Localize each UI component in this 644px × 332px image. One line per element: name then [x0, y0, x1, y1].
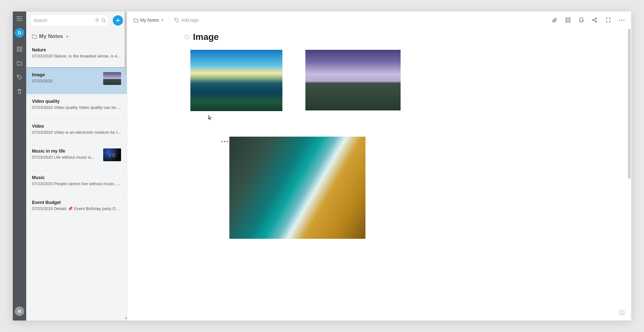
secondary-avatar[interactable]: N	[15, 306, 24, 316]
app-window: D N	[13, 11, 631, 321]
note-meta: 07/23/2020 People cannot live without mu…	[32, 181, 121, 186]
secondary-avatar-letter: N	[18, 309, 21, 314]
list-scrollbar[interactable]: ▾	[124, 11, 127, 321]
nav-tags[interactable]	[13, 70, 26, 84]
note-item[interactable]: Video quality07/23/2020 Video quality Vi…	[26, 94, 127, 119]
mountain-lake-image-icon	[229, 137, 365, 239]
scrollbar-thumb[interactable]	[125, 11, 126, 75]
svg-point-4	[18, 76, 19, 77]
search-icon[interactable]	[101, 18, 106, 23]
svg-point-19	[623, 312, 623, 312]
filter-icon[interactable]	[95, 19, 99, 22]
hamburger-icon	[17, 16, 22, 21]
user-avatar[interactable]: D	[15, 28, 24, 38]
search-field[interactable]	[30, 15, 109, 26]
note-meta: 07/23/2020 Nature, in the broadest sense…	[32, 54, 121, 58]
note-item[interactable]: Event Budget07/23/2020 Details 📌 Event B…	[26, 195, 127, 220]
editor-pane: My Notes ▼ Add tags	[127, 11, 631, 321]
search-input[interactable]	[33, 18, 93, 23]
tag-icon	[174, 18, 179, 23]
folder-icon	[32, 34, 37, 39]
note-list[interactable]: Nature07/23/2020 Nature, in the broadest…	[26, 43, 127, 321]
paperclip-icon	[552, 17, 557, 23]
share-button[interactable]	[592, 17, 598, 23]
scrollbar-thumb[interactable]	[628, 29, 631, 179]
nav-trash[interactable]	[13, 84, 26, 98]
note-meta: 07/23/2020 Video is an electronic medium…	[32, 130, 121, 135]
svg-rect-2	[17, 50, 19, 51]
task-checkbox[interactable]	[185, 35, 189, 39]
image-block-3[interactable]	[229, 137, 618, 239]
note-item[interactable]: Music07/23/2020 People cannot live witho…	[26, 170, 127, 195]
attachment-button[interactable]	[551, 17, 558, 23]
new-note-button[interactable]	[113, 15, 123, 26]
folder-icon	[134, 18, 138, 22]
svg-point-5	[102, 19, 105, 22]
editor-body[interactable]: Image •••	[127, 29, 631, 321]
note-meta: 07/23/2020 Details 📌 Event Birthday part…	[32, 206, 121, 211]
svg-rect-3	[20, 50, 22, 51]
note-title: Image	[32, 72, 99, 77]
more-button[interactable]	[618, 17, 625, 23]
editor-toolbar: My Notes ▼ Add tags	[127, 11, 631, 29]
smile-icon	[619, 309, 625, 316]
grid-icon	[565, 18, 571, 23]
landscape-image-icon	[190, 50, 282, 111]
hamburger-menu-button[interactable]	[13, 11, 26, 26]
svg-point-14	[619, 19, 620, 20]
svg-rect-0	[17, 47, 19, 49]
expand-icon	[606, 18, 611, 23]
svg-rect-7	[566, 18, 567, 19]
share-icon	[592, 18, 597, 23]
block-handle[interactable]: •••	[221, 139, 229, 145]
note-item[interactable]: Image07/23/2020	[26, 67, 127, 94]
note-item[interactable]: Nature07/23/2020 Nature, in the broadest…	[26, 43, 127, 67]
folder-icon	[17, 61, 22, 65]
list-header	[26, 11, 127, 29]
note-meta: 07/23/2020	[32, 79, 99, 83]
apps-button[interactable]	[565, 17, 571, 23]
chevron-down-icon: ▼	[66, 35, 69, 38]
svg-point-18	[621, 312, 621, 312]
note-item[interactable]: Video07/23/2020 Video is an electronic m…	[26, 119, 127, 144]
svg-point-12	[595, 18, 597, 19]
note-item[interactable]: Music in my life07/23/2020 Life without …	[26, 144, 127, 170]
grid-icon	[17, 47, 22, 52]
tag-icon	[17, 75, 22, 80]
note-title: Event Budget	[32, 200, 121, 205]
note-title: Nature	[32, 47, 121, 52]
image-block-2[interactable]	[305, 50, 401, 111]
breadcrumb[interactable]: My Notes ▼	[134, 18, 164, 23]
image-block-1[interactable]	[190, 50, 282, 111]
note-meta: 07/23/2020 Video quality Video quality c…	[32, 105, 121, 110]
note-thumbnail	[103, 148, 121, 161]
note-thumbnail	[103, 72, 121, 85]
note-title: Music in my life	[32, 148, 99, 154]
document-title[interactable]: Image	[193, 32, 219, 42]
note-title: Video quality	[32, 99, 121, 104]
svg-point-13	[595, 21, 597, 22]
emoji-button[interactable]	[618, 309, 625, 316]
svg-rect-10	[569, 21, 570, 22]
nav-folders[interactable]	[13, 56, 26, 70]
editor-scrollbar[interactable]	[627, 29, 631, 320]
plus-icon	[115, 18, 120, 23]
svg-point-6	[175, 19, 176, 19]
reminder-button[interactable]	[578, 17, 585, 23]
more-horizontal-icon	[619, 19, 625, 21]
chevron-down-icon: ▼	[161, 19, 164, 22]
svg-point-11	[593, 19, 594, 21]
lake-image-icon	[305, 50, 401, 110]
svg-point-16	[623, 19, 624, 20]
note-title: Music	[32, 175, 121, 180]
bell-icon	[579, 17, 584, 23]
add-tags-button[interactable]: Add tags	[174, 18, 199, 23]
mouse-cursor-icon	[208, 115, 212, 121]
note-title: Video	[32, 124, 121, 129]
note-meta: 07/23/2020 Life without music w...	[32, 155, 99, 160]
fullscreen-button[interactable]	[605, 17, 611, 23]
breadcrumb-label: My Notes	[140, 18, 159, 23]
nav-dashboard[interactable]	[13, 42, 26, 56]
scroll-down-icon[interactable]: ▾	[125, 316, 127, 320]
folder-selector[interactable]: My Notes ▼	[26, 29, 127, 43]
